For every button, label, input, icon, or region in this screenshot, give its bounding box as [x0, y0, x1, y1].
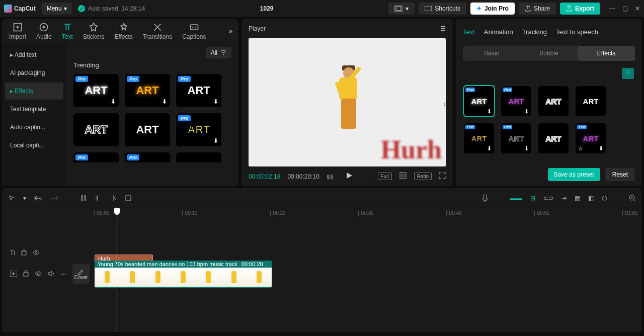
aspect-ratio-button[interactable]: ▾: [388, 3, 415, 15]
close-button[interactable]: ✕: [635, 5, 640, 12]
itab-animation[interactable]: Animation: [484, 25, 513, 39]
save-preset-button[interactable]: Save as preset: [548, 168, 600, 181]
preview-text-overlay[interactable]: Hurh: [381, 135, 442, 164]
eye-icon[interactable]: [35, 271, 42, 278]
split-button[interactable]: [80, 195, 87, 202]
eye-icon[interactable]: [33, 249, 40, 257]
more-icon[interactable]: ⋯: [60, 271, 66, 278]
tab-transitions[interactable]: Transitions: [138, 20, 177, 42]
lock-icon[interactable]: [21, 249, 27, 257]
lock-icon[interactable]: [23, 270, 29, 278]
playhead-line[interactable]: [117, 219, 117, 332]
app-logo: CapCut: [4, 5, 36, 13]
effect-thumb[interactable]: ProART⬇: [73, 74, 119, 107]
timeline-playhead[interactable]: [117, 208, 117, 219]
ratio-button[interactable]: Ratio: [414, 173, 432, 180]
timeline-ruler[interactable]: 00:0000:1000:2000:3000:4000:5001:00: [2, 208, 642, 219]
split-right-button[interactable]: [110, 195, 117, 202]
sidebar-item-addtext[interactable]: ▸ Add text: [5, 46, 63, 63]
sidebar-item-aipackaging[interactable]: AI packaging: [5, 64, 63, 81]
stab-effects[interactable]: Effects: [578, 46, 635, 61]
share-button[interactable]: Share: [519, 3, 556, 15]
media-panel: Import Audio Text Stickers Effects Trans…: [2, 19, 238, 186]
magnet-track-button[interactable]: ⊟: [530, 195, 535, 202]
video-clip[interactable]: Young 70s bearded man dances on 103 bpm …: [95, 261, 272, 288]
zoom-in-button[interactable]: [629, 195, 636, 202]
player-controls: 00:00:02:18 00:00:20:10 ▮▮ Full Ratio: [242, 166, 453, 186]
crop-button[interactable]: [125, 195, 132, 202]
inspector-effect-thumb[interactable]: ART: [538, 86, 569, 116]
reset-button[interactable]: Reset: [605, 168, 635, 181]
magnet-main-button[interactable]: ▬▬: [510, 195, 522, 202]
export-button[interactable]: Export: [560, 3, 600, 15]
effect-thumb[interactable]: Pro: [125, 152, 170, 162]
project-title[interactable]: 1029: [151, 5, 382, 12]
preview-axis-button[interactable]: ▦: [575, 195, 580, 202]
inspector-effect-thumb[interactable]: ART: [538, 123, 569, 153]
tab-import[interactable]: Import: [4, 20, 31, 42]
track-opts-button[interactable]: ⬡: [602, 195, 607, 202]
effect-thumb[interactable]: ProART⬇: [125, 74, 170, 107]
play-button[interactable]: [346, 172, 353, 181]
fullscreen-icon[interactable]: [439, 172, 446, 181]
crop-icon[interactable]: [399, 172, 407, 181]
gallery-filter-button[interactable]: All: [206, 47, 231, 58]
timeline-body[interactable]: TI Hurh ⋯ Cover Youn: [2, 219, 642, 332]
snap-button[interactable]: ◧: [588, 195, 594, 202]
effect-thumb[interactable]: ART: [73, 113, 119, 146]
cover-button[interactable]: Cover: [72, 264, 90, 284]
mute-icon[interactable]: [48, 271, 54, 278]
effect-thumb[interactable]: ART: [125, 113, 170, 146]
undo-button[interactable]: [34, 195, 42, 202]
player-menu-icon[interactable]: ☰: [440, 25, 446, 32]
effect-thumb[interactable]: [176, 152, 221, 162]
tab-stickers[interactable]: Stickers: [78, 20, 110, 42]
itab-tts[interactable]: Text to speech: [556, 25, 598, 39]
capcut-icon: [4, 5, 12, 13]
inspector-effect-thumb[interactable]: ProART⬇: [464, 86, 494, 116]
sidebar-item-autocaptions[interactable]: Auto captio...: [5, 119, 63, 136]
stab-bubble[interactable]: Bubble: [520, 46, 578, 61]
effect-thumb[interactable]: ProART⬇: [176, 74, 221, 107]
tab-text[interactable]: Text: [57, 20, 78, 42]
itab-tracking[interactable]: Tracking: [522, 25, 547, 39]
stab-basic[interactable]: Basic: [463, 46, 520, 61]
link-button[interactable]: ⊂⊃: [543, 195, 553, 202]
align-button[interactable]: ⇥: [561, 195, 567, 202]
tab-captions[interactable]: Captions: [177, 20, 211, 42]
section-trending: Trending: [73, 61, 231, 69]
full-button[interactable]: Full: [378, 173, 392, 180]
itab-text[interactable]: Text: [463, 25, 475, 39]
tab-effects[interactable]: Effects: [109, 20, 137, 42]
pointer-tool[interactable]: [8, 195, 15, 202]
selection-handle[interactable]: [444, 103, 446, 106]
inspector-effect-thumb[interactable]: ART: [576, 86, 606, 116]
pointer-dropdown[interactable]: ▾: [23, 195, 26, 202]
inspector-effect-thumb[interactable]: ProART⬇: [501, 86, 531, 116]
inspector-effect-thumb[interactable]: ProART⬇: [501, 123, 531, 153]
svg-rect-7: [400, 173, 406, 179]
join-pro-button[interactable]: ✦Join Pro: [470, 3, 515, 15]
inspector-filter-button[interactable]: [622, 68, 634, 79]
minimize-button[interactable]: —: [609, 5, 615, 12]
mic-button[interactable]: [482, 194, 488, 202]
sidebar-item-texttemplate[interactable]: Text template: [5, 101, 63, 118]
player-preview[interactable]: Hurh: [249, 38, 446, 166]
svg-rect-1: [396, 7, 401, 11]
timeline-panel: ▾ ▬▬ ⊟ ⊂⊃ ⇥ ▦ ◧ ⬡ 00:0000:1000:2000:3000…: [2, 188, 642, 332]
sidebar-item-localcaptions[interactable]: Local capti...: [5, 137, 63, 154]
tab-audio[interactable]: Audio: [31, 20, 57, 42]
redo-button[interactable]: [50, 195, 58, 202]
inspector-effect-thumb[interactable]: ProART☆⬇: [576, 123, 606, 153]
shortcuts-button[interactable]: Shortcuts: [419, 3, 466, 15]
sidebar-item-effects[interactable]: ▸ Effects: [5, 82, 63, 100]
expand-tabs-button[interactable]: »: [225, 28, 236, 35]
inspector-effect-thumb[interactable]: ProART⬇: [464, 123, 494, 153]
effect-thumb[interactable]: ProART⬇: [176, 113, 221, 146]
maximize-button[interactable]: ▢: [622, 5, 628, 12]
split-left-button[interactable]: [95, 195, 102, 202]
effect-thumb[interactable]: Pro: [73, 152, 119, 162]
menu-button[interactable]: Menu ▾: [42, 3, 72, 15]
video-track: ⋯ Cover Young 70s bearded man dances on …: [2, 261, 642, 288]
compare-icon[interactable]: ▮▮: [327, 173, 334, 180]
